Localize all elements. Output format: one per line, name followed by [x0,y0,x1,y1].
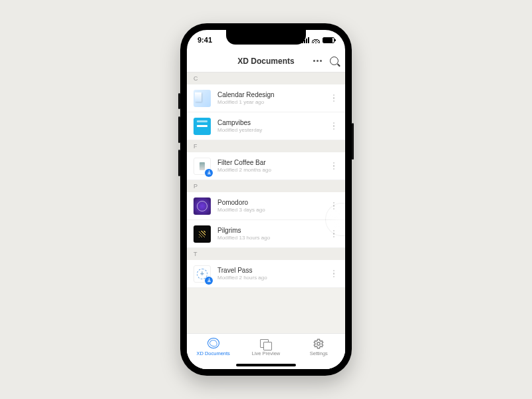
section-header: P [187,180,345,192]
more-icon[interactable] [329,266,339,282]
item-subtitle: Modified 2 hours ago [217,275,323,281]
thumbnail-icon [194,158,211,175]
item-subtitle: Modified 13 hours ago [217,235,323,241]
status-time: 9:41 [198,36,212,44]
search-icon[interactable] [330,57,338,65]
app-header: XD Documents [187,50,345,72]
list-item[interactable]: Filter Coffee Bar Modified 2 months ago [187,152,345,180]
item-title: Travel Pass [217,267,323,274]
tab-documents[interactable]: XD Documents [190,338,237,356]
documents-icon [207,338,219,348]
wifi-icon [312,37,320,43]
document-list: C Calendar Redesign Modified 1 year ago … [187,72,345,369]
tab-settings[interactable]: Settings [295,338,342,356]
tab-live-preview[interactable]: Live Preview [243,338,289,356]
item-subtitle: Modified 1 year ago [217,99,323,105]
phone-screen: 9:41 XD Documents C Ca [187,30,345,369]
thumbnail-icon [194,265,211,283]
item-subtitle: Modified 2 months ago [217,167,323,173]
item-title: Campvibes [217,119,323,126]
live-preview-icon [260,338,272,348]
thumbnail-icon [194,198,211,215]
more-icon[interactable] [329,118,339,134]
svg-point-0 [317,342,321,346]
thumbnail-icon [194,118,211,135]
list-item[interactable]: Pomodoro Modified 3 days ago [187,192,345,220]
thumbnail-icon [194,90,211,107]
list-item[interactable]: Campvibes Modified yesterday [187,112,345,140]
more-icon[interactable] [329,90,339,106]
gear-icon [313,338,325,348]
download-badge-icon [205,277,213,285]
phone-frame: 9:41 XD Documents C Ca [180,23,352,376]
home-indicator[interactable] [236,364,296,366]
list-item[interactable]: Pilgrims Modified 13 hours ago [187,220,345,248]
notch [226,30,306,45]
list-item[interactable]: Calendar Redesign Modified 1 year ago [187,84,345,112]
section-header: C [187,72,345,84]
list-item[interactable]: Travel Pass Modified 2 hours ago [187,260,345,288]
section-header: F [187,140,345,152]
item-title: Pilgrims [217,227,323,234]
list-filler [187,288,345,334]
item-title: Pomodoro [217,199,323,206]
more-icon[interactable] [313,60,322,62]
item-title: Filter Coffee Bar [217,159,323,166]
page-title: XD Documents [237,57,294,66]
thumbnail-icon [194,225,211,243]
section-header: T [187,248,345,260]
download-badge-icon [205,169,213,177]
more-icon[interactable] [329,158,339,174]
item-subtitle: Modified yesterday [217,127,323,133]
item-subtitle: Modified 3 days ago [217,207,323,213]
item-title: Calendar Redesign [217,91,323,98]
battery-icon [323,37,334,43]
